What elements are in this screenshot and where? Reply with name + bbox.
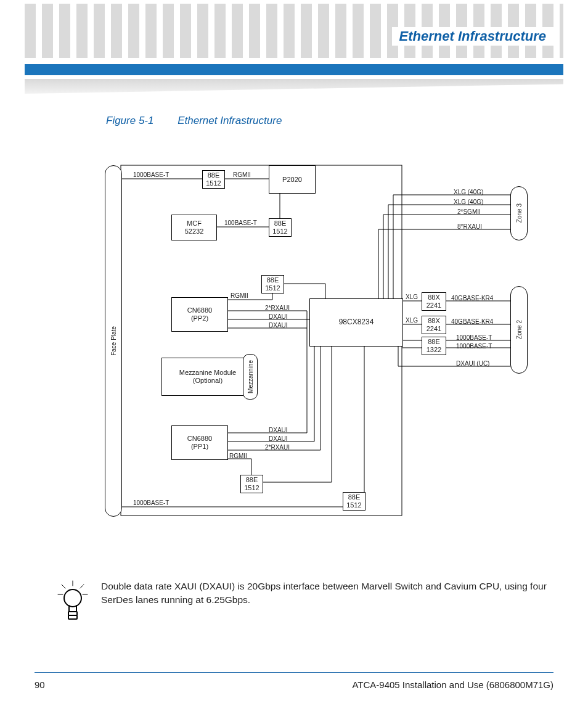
svg-line-50: [62, 585, 65, 588]
label-z2-kr4-a: 40GBASE-KR4: [451, 295, 493, 302]
block-mcf52232: MCF 52232: [171, 215, 217, 240]
footer-page-number: 90: [35, 679, 45, 690]
label-z3-xlg1: XLG (40G): [454, 189, 483, 195]
block-88x2241-b: 88X 2241: [422, 316, 446, 334]
footer-doc-id: ATCA-9405 Installation and Use (6806800M…: [352, 679, 553, 690]
page-header-title: Ethernet Infrastructure: [392, 27, 553, 46]
label-100base-t: 100BASE-T: [224, 220, 257, 226]
label-1000base-t-top: 1000BASE-T: [133, 171, 169, 178]
label-dxaui-pp2a: DXAUI: [269, 313, 288, 320]
block-88x2241-a: 88X 2241: [422, 292, 446, 311]
label-rgmii-pp2: RGMII: [231, 292, 248, 299]
block-face-plate: Face Plate: [105, 165, 122, 517]
label-rgmii-top: RGMII: [233, 171, 251, 178]
footer-rule: [35, 672, 553, 673]
label-rgmii-pp1: RGMII: [229, 453, 247, 459]
label-z3-xlg2: XLG (40G): [454, 199, 483, 205]
label-dxaui-pp1a: DXAUI: [269, 427, 288, 433]
header-grey-taper: [25, 79, 563, 94]
block-88e1512-c: 88E 1512: [261, 275, 284, 293]
figure-number: Figure 5-1: [106, 115, 153, 126]
svg-rect-56: [68, 615, 77, 619]
label-dxaui-pp1b: DXAUI: [269, 435, 288, 442]
figure-title: Ethernet Infrastructure: [178, 115, 282, 126]
label-z3-rxaui: 8*RXAUI: [457, 223, 482, 230]
block-p2020: P2020: [269, 165, 316, 194]
label-2rxaui-pp2: 2*RXAUI: [265, 305, 290, 311]
svg-point-54: [64, 589, 81, 607]
ethernet-diagram: Face Plate 88E 1512 P2020 MCF 52232 88E …: [104, 154, 547, 536]
svg-line-51: [80, 585, 84, 588]
tip-text: Double data rate XAUI (DXAUI) is 20Gbps …: [101, 580, 553, 623]
tip-block: Double data rate XAUI (DXAUI) is 20Gbps …: [55, 580, 553, 623]
block-88e1512-e: 88E 1512: [343, 492, 365, 511]
block-88e1322: 88E 1322: [422, 337, 446, 355]
label-1000base-t-bot: 1000BASE-T: [133, 499, 169, 506]
block-cn6880-pp2: CN6880 (PP2): [171, 297, 228, 332]
label-dxaui-pp2b: DXAUI: [269, 322, 288, 329]
lightbulb-icon: [55, 580, 90, 623]
figure-caption: Figure 5-1 Ethernet Infrastructure: [106, 115, 282, 127]
label-xlg-b: XLG: [406, 317, 418, 324]
label-xlg-a: XLG: [406, 293, 418, 300]
block-cn6880-pp1: CN6880 (PP1): [171, 425, 228, 460]
block-88e1512-d: 88E 1512: [240, 475, 263, 493]
block-88e1512-b: 88E 1512: [269, 218, 292, 237]
block-mezzanine-module: Mezzanine Module (Optional): [161, 358, 254, 396]
block-98cx8234: 98CX8234: [309, 298, 403, 347]
face-plate-label: Face Plate: [110, 326, 117, 356]
label-z2-kr4-b: 40GBASE-KR4: [451, 318, 493, 325]
block-zone3: Zone 3: [510, 186, 528, 240]
header-blue-bar: [25, 64, 563, 75]
label-z2-dxaui: DXAUI (UC): [456, 360, 489, 367]
label-z2-1000a: 1000BASE-T: [456, 334, 492, 341]
block-zone2: Zone 2: [510, 286, 528, 374]
block-88e1512-a: 88E 1512: [202, 170, 225, 189]
block-mezzanine-tab: Mezzannine: [243, 354, 258, 400]
label-z3-sgmii: 2*SGMII: [457, 208, 481, 215]
label-z2-1000b: 1000BASE-T: [456, 343, 492, 350]
label-2rxaui-pp1: 2*RXAUI: [265, 444, 290, 451]
